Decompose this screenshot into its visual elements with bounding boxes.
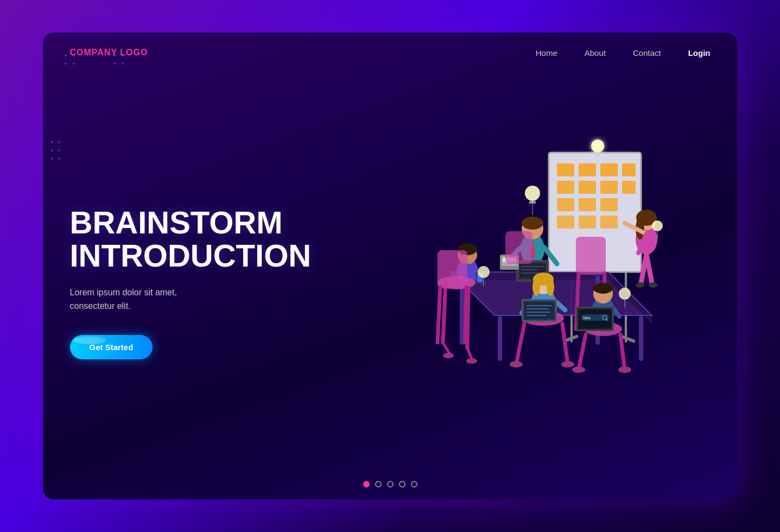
svg-point-99 [510,361,523,368]
svg-line-98 [562,324,568,364]
svg-rect-14 [557,198,574,211]
svg-rect-11 [579,181,596,194]
hero-subtitle: Lorem ipsum dolor sit amet,consectetur e… [70,286,312,313]
nav-home[interactable]: Home [536,48,557,58]
svg-rect-18 [579,216,596,229]
svg-rect-78 [576,237,606,275]
navigation: Home About Contact Login [536,48,711,58]
svg-rect-13 [622,181,636,194]
company-logo: COMPANY LOGO [70,48,148,58]
nav-login[interactable]: Login [688,48,711,58]
svg-point-74 [466,358,477,364]
svg-line-77 [465,287,466,343]
nav-about[interactable]: About [585,48,606,58]
pagination-dot-2[interactable] [375,481,382,487]
svg-point-33 [652,220,663,231]
svg-point-118 [478,266,490,278]
svg-point-30 [591,140,604,153]
hero-illustration: Idea [311,79,710,486]
pagination [363,481,417,487]
svg-rect-19 [600,216,618,229]
svg-point-46 [522,217,543,230]
svg-point-120 [619,288,631,300]
svg-point-117 [618,366,631,373]
svg-line-76 [437,287,440,343]
pagination-dot-3[interactable] [387,481,394,487]
svg-rect-6 [557,163,574,176]
svg-point-86 [532,278,540,296]
main-content: BRAINSTORM INTRODUCTION Lorem ipsum dolo… [43,68,738,486]
scene-svg: Idea [337,115,684,440]
svg-rect-81 [505,231,532,264]
main-frame: COMPANY LOGO Home About Contact Login BR… [43,33,738,499]
svg-point-100 [561,361,574,368]
svg-line-69 [443,282,446,343]
svg-rect-17 [557,216,574,229]
isometric-scene: Idea [337,115,684,451]
svg-text:Idea: Idea [583,316,591,320]
svg-rect-61 [529,201,536,204]
svg-rect-92 [525,302,554,319]
svg-point-58 [525,186,540,201]
header: COMPANY LOGO Home About Contact Login [43,33,738,68]
svg-point-73 [443,353,454,358]
svg-rect-7 [579,163,596,176]
get-started-button[interactable]: Get Started [70,335,153,359]
svg-rect-8 [600,163,618,176]
svg-rect-16 [600,198,618,211]
svg-rect-10 [557,181,574,194]
svg-line-27 [646,255,652,283]
svg-point-28 [636,282,644,288]
svg-line-97 [516,324,524,364]
hero-text-section: BRAINSTORM INTRODUCTION Lorem ipsum dolo… [70,206,312,359]
svg-rect-9 [622,163,636,176]
pagination-dot-5[interactable] [411,481,417,487]
svg-rect-32 [595,154,600,156]
svg-point-87 [547,278,554,296]
svg-point-29 [649,282,657,288]
svg-rect-12 [600,181,618,194]
hero-title: BRAINSTORM INTRODUCTION [70,206,312,273]
pagination-dot-4[interactable] [399,481,405,487]
svg-line-115 [620,334,625,370]
svg-line-114 [579,334,586,370]
nav-contact[interactable]: Contact [633,48,661,58]
pagination-dot-1[interactable] [363,481,370,487]
svg-rect-15 [579,198,596,211]
svg-rect-75 [437,250,467,288]
svg-point-116 [572,366,585,373]
svg-point-104 [593,283,613,294]
